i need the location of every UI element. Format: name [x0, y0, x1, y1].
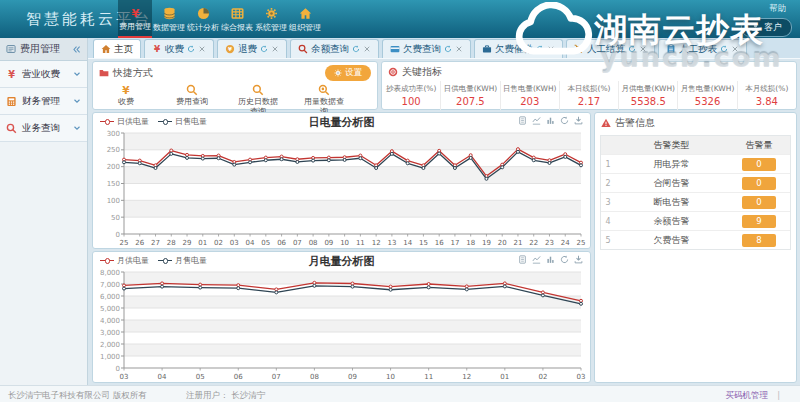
close-icon[interactable] — [363, 45, 371, 53]
card-icon — [390, 44, 400, 54]
dataview-icon[interactable] — [518, 255, 527, 264]
legend-monthly-supply[interactable]: 月供电量 — [100, 255, 149, 266]
footer-copyright: 长沙清宁电子科技有限公司 版权所有 — [8, 390, 147, 402]
tab-balance-query[interactable]: 余额查询 — [290, 39, 379, 58]
search-dot-icon — [318, 84, 330, 96]
svg-text:14: 14 — [403, 239, 412, 247]
refresh-icon[interactable] — [187, 45, 195, 53]
line-switch-icon[interactable] — [532, 255, 541, 264]
svg-text:12: 12 — [462, 373, 471, 381]
navbar-right: 帮助 客户 — [741, 2, 792, 37]
nav-item-reports[interactable]: 综合报表 — [220, 0, 254, 38]
sidebar-header[interactable]: 费用管理 — [0, 38, 87, 61]
sidebar-item-finance-management[interactable]: 财务管理 — [0, 88, 87, 115]
svg-text:06: 06 — [277, 239, 286, 247]
refresh-icon[interactable] — [352, 45, 360, 53]
shortcuts-panel: 快捷方式 设置 ¥ 收费 费用查询 历史日数据查询 用量数据查询 — [92, 61, 378, 110]
svg-text:¥: ¥ — [8, 69, 15, 80]
legend-daily-supply[interactable]: 日供电量 — [100, 116, 149, 127]
alarm-count-badge[interactable]: 0 — [742, 158, 776, 171]
svg-text:¥: ¥ — [122, 84, 130, 96]
alarm-row-balance: 4 余额告警 9 — [601, 211, 790, 230]
alarm-row-type: 余额告警 — [615, 215, 728, 228]
download-icon[interactable] — [574, 116, 583, 125]
svg-text:22: 22 — [529, 239, 538, 247]
svg-text:02: 02 — [214, 239, 223, 247]
tab-arrears-query[interactable]: 欠费查询 — [382, 39, 471, 58]
kpi-label: 本月线损(%) — [745, 84, 788, 94]
refresh-icon[interactable] — [720, 45, 728, 53]
close-icon[interactable] — [547, 45, 555, 53]
alarm-count-badge[interactable]: 9 — [742, 215, 776, 228]
tab-label: 欠费催缴 — [495, 43, 533, 56]
close-icon[interactable] — [731, 45, 739, 53]
sidebar-item-business-charging[interactable]: ¥ 营业收费 — [0, 61, 87, 88]
kpi-value: 5538.5 — [631, 96, 666, 107]
user-button[interactable]: 客户 — [741, 18, 792, 37]
alarm-row-type: 合闸告警 — [615, 177, 728, 190]
tab-home[interactable]: 主页 — [93, 39, 141, 58]
kpi-value: 5326 — [695, 96, 720, 107]
kpi-header: 关键指标 — [382, 62, 796, 81]
close-icon[interactable] — [455, 45, 463, 53]
help-link[interactable]: 帮助 — [769, 3, 786, 13]
sidebar-item-business-query[interactable]: 业务查询 — [0, 115, 87, 142]
tab-arrears-collection[interactable]: 欠费催缴 — [474, 39, 563, 58]
svg-text:7,000: 7,000 — [100, 281, 120, 289]
svg-text:03: 03 — [577, 373, 586, 381]
tab-manual-settlement[interactable]: 人工结算 — [566, 39, 655, 58]
svg-text:29: 29 — [183, 239, 192, 247]
kpi-label: 月供电量(KWH) — [621, 84, 675, 94]
nav-item-data-management[interactable]: 数据管理 — [152, 0, 186, 38]
legend-monthly-sale[interactable]: 月售电量 — [158, 255, 207, 266]
close-icon[interactable] — [639, 45, 647, 53]
bar-switch-icon[interactable] — [546, 255, 555, 264]
alarm-row-arrears: 5 欠费告警 8 — [601, 230, 790, 249]
restore-icon[interactable] — [560, 116, 569, 125]
calculator-icon — [6, 96, 17, 107]
gear-icon — [334, 69, 342, 77]
restore-icon[interactable] — [560, 255, 569, 264]
tab-refund[interactable]: ¥ 退费 — [217, 39, 287, 58]
sidebar-item-label: 营业收费 — [22, 68, 60, 81]
refresh-icon[interactable] — [536, 45, 544, 53]
close-icon[interactable] — [271, 45, 279, 53]
download-icon[interactable] — [574, 255, 583, 264]
alarm-row-switch-on: 2 合闸告警 0 — [601, 173, 790, 192]
svg-text:25: 25 — [577, 239, 586, 247]
bar-switch-icon[interactable] — [546, 116, 555, 125]
collapse-icon[interactable] — [72, 45, 81, 54]
tab-charging[interactable]: ¥ 收费 — [144, 39, 214, 58]
line-switch-icon[interactable] — [532, 116, 541, 125]
tab-manual-meter-reading[interactable]: 人工抄表 — [658, 39, 747, 58]
refresh-icon[interactable] — [260, 45, 268, 53]
nav-item-statistics[interactable]: 统计分析 — [186, 0, 220, 38]
legend-daily-sale[interactable]: 日售电量 — [158, 116, 207, 127]
alarm-count-badge[interactable]: 0 — [742, 196, 776, 209]
footer-link[interactable]: 买码机管理 — [726, 390, 769, 402]
svg-text:100: 100 — [107, 197, 120, 205]
close-icon[interactable] — [198, 45, 206, 53]
alarm-title: 告警信息 — [615, 116, 655, 130]
svg-text:07: 07 — [293, 239, 302, 247]
dataview-icon[interactable] — [518, 116, 527, 125]
footer-registered-user: 注册用户： 长沙清宁 — [186, 390, 265, 402]
alarm-count-badge[interactable]: 0 — [742, 177, 776, 190]
monthly-chart-panel: 月供电量 月售电量 月电量分析图 01,0002,0003,0004,0005,… — [92, 251, 591, 383]
refresh-icon[interactable] — [444, 45, 452, 53]
kpi-title: 关键指标 — [402, 65, 442, 79]
nav-item-system-management[interactable]: 系统管理 — [254, 0, 288, 38]
nav-item-label: 系统管理 — [255, 22, 287, 33]
monthly-chart-toolbox — [518, 255, 583, 264]
nav-item-organization[interactable]: 组织管理 — [288, 0, 322, 38]
monthly-chart-legend: 月供电量 月售电量 — [100, 255, 207, 266]
refresh-icon[interactable] — [628, 45, 636, 53]
nav-item-fee-management[interactable]: ¥ 费用管理 — [118, 0, 152, 38]
svg-text:25: 25 — [120, 239, 129, 247]
yen-icon: ¥ — [152, 44, 162, 54]
settings-button[interactable]: 设置 — [325, 65, 371, 81]
daily-chart-legend: 日供电量 日售电量 — [100, 116, 207, 127]
sidebar-title: 费用管理 — [20, 42, 60, 56]
user-icon — [751, 23, 760, 32]
alarm-count-badge[interactable]: 8 — [742, 234, 776, 247]
